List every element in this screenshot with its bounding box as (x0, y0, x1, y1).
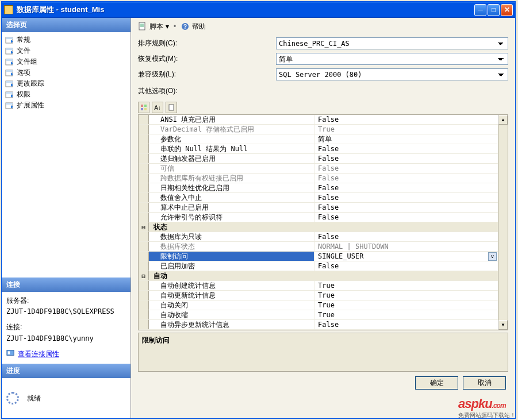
view-conn-props-link[interactable]: 查看连接属性 (18, 349, 59, 360)
cancel-button[interactable]: 取消 (463, 376, 506, 390)
svg-rect-19 (141, 105, 143, 107)
page-icon (5, 36, 14, 44)
svg-rect-1 (6, 37, 13, 39)
sidebar-item-3[interactable]: 选项 (3, 67, 129, 78)
grid-row[interactable]: 已启用加密False (139, 261, 498, 271)
prop-value[interactable]: True (314, 291, 498, 300)
prop-value[interactable]: SINGLE_USERv (314, 252, 498, 261)
prop-name: 数值舍入中止 (149, 193, 314, 202)
sidebar-item-1[interactable]: 文件 (3, 45, 129, 56)
grid-props-button[interactable] (166, 102, 177, 113)
row-gutter: ⊟ (139, 222, 149, 232)
grid-body[interactable]: ANSI 填充已启用FalseVarDecimal 存储格式已启用True参数化… (139, 115, 498, 330)
row-gutter (139, 174, 149, 183)
sidebar-header-progress: 进度 (2, 364, 131, 378)
watermark: aspku.com 免费网站源码下载站！ (458, 396, 516, 419)
prop-value[interactable]: False (314, 115, 498, 124)
maximize-button[interactable]: □ (488, 4, 500, 16)
prop-value[interactable]: False (314, 174, 498, 183)
sidebar-item-2[interactable]: 文件组 (3, 56, 129, 67)
prop-name: 跨数据库所有权链接已启用 (149, 174, 314, 183)
grid-category[interactable]: ⊟自动 (139, 271, 498, 281)
prop-value[interactable]: False (314, 261, 498, 271)
prop-name: 自动收缩 (149, 310, 314, 319)
scroll-up-button[interactable]: ▲ (498, 115, 508, 125)
prop-name: 数据库为只读 (149, 232, 314, 241)
scroll-down-button[interactable]: ▼ (498, 320, 508, 330)
grid-scrollbar[interactable]: ▲ ▼ (498, 115, 508, 330)
script-button[interactable]: 脚本 ▾ (138, 22, 169, 32)
grid-row[interactable]: 自动更新统计信息True (139, 291, 498, 300)
close-button[interactable]: ✕ (501, 4, 513, 16)
dropdown-icon[interactable]: v (488, 252, 497, 261)
row-gutter (139, 232, 149, 241)
grid-row[interactable]: 自动创建统计信息True (139, 281, 498, 291)
row-gutter (139, 193, 149, 202)
prop-value[interactable]: False (314, 232, 498, 241)
recovery-select[interactable]: 简单 (276, 53, 508, 65)
main-panel: 脚本 ▾ • ? 帮助 排序规则(C): Chinese_PRC_CI_AS 恢… (131, 18, 515, 418)
prop-value[interactable]: NORMAL | SHUTDOWN (314, 242, 498, 251)
description-box: 限制访问 (138, 333, 508, 372)
prop-value[interactable]: False (314, 164, 498, 173)
prop-value[interactable]: True (314, 310, 498, 319)
server-value: ZJUT-1D4DF91B8C\SQLEXPRESS (6, 306, 126, 317)
sidebar-item-5[interactable]: 权限 (3, 89, 129, 100)
prop-name: 允许带引号的标识符 (149, 213, 314, 222)
compat-select[interactable]: SQL Server 2000 (80) (276, 68, 508, 80)
grid-row[interactable]: 自动关闭True (139, 300, 498, 310)
prop-value[interactable]: True (314, 125, 498, 134)
sidebar-item-4[interactable]: 更改跟踪 (3, 78, 129, 89)
collation-select[interactable]: Chinese_PRC_CI_AS (276, 37, 508, 49)
grid-row[interactable]: 串联的 Null 结果为 NullFalse (139, 144, 498, 154)
content-area: 选择页 常规文件文件组选项更改跟踪权限扩展属性 连接 服务器: ZJUT-1D4… (2, 18, 515, 418)
row-gutter: ⊟ (139, 271, 149, 280)
prop-name: 串联的 Null 结果为 Null (149, 144, 314, 153)
svg-rect-22 (144, 108, 147, 110)
row-gutter (139, 291, 149, 300)
grid-row[interactable]: 允许带引号的标识符False (139, 213, 498, 222)
grid-row[interactable]: 可信False (139, 164, 498, 174)
sort-button[interactable]: A↓ (152, 102, 163, 113)
prop-name: 日期相关性优化已启用 (149, 183, 314, 192)
grid-row[interactable]: 日期相关性优化已启用False (139, 183, 498, 193)
prop-value[interactable]: 简单 (314, 134, 498, 144)
prop-value[interactable]: True (314, 281, 498, 290)
prop-value[interactable]: True (314, 300, 498, 310)
grid-category[interactable]: ⊟状态 (139, 222, 498, 232)
grid-row[interactable]: 递归触发器已启用False (139, 154, 498, 164)
titlebar[interactable]: 数据库属性 - student_Mis ─ □ ✕ (2, 2, 515, 18)
prop-value[interactable] (314, 271, 498, 280)
property-grid: ANSI 填充已启用FalseVarDecimal 存储格式已启用True参数化… (138, 114, 508, 330)
form-area: 排序规则(C): Chinese_PRC_CI_AS 恢复模式(M): 简单 兼… (133, 35, 513, 101)
grid-row[interactable]: 自动异步更新统计信息False (139, 320, 498, 330)
grid-row[interactable]: 限制访问SINGLE_USERv (139, 252, 498, 261)
grid-row[interactable]: 数值舍入中止False (139, 193, 498, 203)
minimize-button[interactable]: ─ (474, 4, 486, 16)
prop-value[interactable]: False (314, 203, 498, 212)
grid-row[interactable]: ANSI 填充已启用False (139, 115, 498, 125)
grid-row[interactable]: 自动收缩True (139, 310, 498, 320)
row-gutter (139, 154, 149, 163)
svg-rect-20 (144, 105, 147, 107)
sidebar-item-6[interactable]: 扩展属性 (3, 100, 129, 111)
prop-value[interactable]: False (314, 213, 498, 222)
grid-row[interactable]: 数据库为只读False (139, 232, 498, 242)
prop-value[interactable]: False (314, 183, 498, 192)
grid-row[interactable]: 跨数据库所有权链接已启用False (139, 174, 498, 183)
prop-value[interactable]: False (314, 144, 498, 153)
sidebar-header-conn: 连接 (2, 278, 131, 292)
sidebar-item-0[interactable]: 常规 (3, 34, 129, 45)
prop-value[interactable]: False (314, 320, 498, 329)
categorize-button[interactable] (138, 102, 149, 113)
prop-value[interactable]: False (314, 193, 498, 202)
grid-row[interactable]: VarDecimal 存储格式已启用True (139, 125, 498, 134)
grid-row[interactable]: 参数化简单 (139, 134, 498, 144)
ok-button[interactable]: 确定 (415, 376, 458, 390)
grid-row[interactable]: 算术中止已启用False (139, 203, 498, 213)
prop-value[interactable] (314, 222, 498, 232)
prop-value[interactable]: False (314, 154, 498, 163)
grid-row[interactable]: 数据库状态NORMAL | SHUTDOWN (139, 242, 498, 252)
prop-name: 自动 (149, 271, 314, 280)
help-button[interactable]: ? 帮助 (181, 22, 206, 32)
